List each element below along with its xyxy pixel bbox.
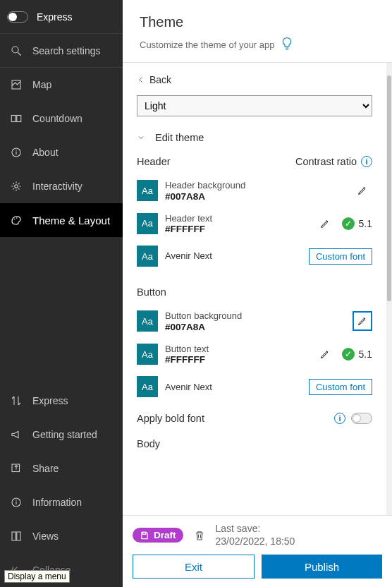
sidebar-item-about[interactable]: About [0,135,123,169]
sidebar-item-interactivity[interactable]: Interactivity [0,169,123,203]
svg-rect-16 [17,532,20,540]
svg-point-9 [14,219,16,220]
page-subtitle: Customize the theme of your app [140,40,275,50]
contrast-ratio-value: 5.1 [359,349,372,360]
sidebar-express-toggle[interactable]: Express [0,0,123,34]
apply-bold-font-row: Apply bold font i [123,403,386,431]
color-swatch: Aa [137,344,158,365]
info-icon[interactable]: i [334,413,345,424]
font-label: Avenir Next [165,250,302,262]
swatch-value: #007A8A [165,322,345,332]
express-icon [10,394,23,407]
edit-color-button[interactable] [315,344,335,364]
theme-select[interactable]: Light [137,95,372,116]
back-button[interactable]: Back [123,63,386,90]
svg-line-1 [18,52,21,56]
content-scroll[interactable]: Back Light Edit theme Header Contrast ra… [123,63,386,515]
svg-rect-15 [12,532,16,540]
search-label: Search settings [32,45,101,56]
sidebar-item-theme-layout[interactable]: Theme & Layout [0,203,123,237]
publish-button[interactable]: Publish [262,555,382,579]
sidebar: Express Search settings Map Countdown [0,0,123,587]
swatch-label: Header text [165,213,308,224]
edit-theme-label: Edit theme [155,132,204,143]
last-save-label: Last save: [216,523,295,535]
sidebar-bottom-share[interactable]: Share [0,452,123,485]
swatch-value: #FFFFFF [165,354,308,365]
search-icon [10,44,23,57]
views-icon [10,530,23,543]
button-font-row: Aa Avenir Next Custom font [123,370,386,403]
color-swatch: Aa [137,213,158,234]
svg-point-14 [16,500,17,501]
chevron-left-icon [137,75,145,84]
sidebar-search[interactable]: Search settings [0,34,123,68]
toggle-icon[interactable] [7,11,28,23]
gear-icon [10,180,23,193]
sidebar-item-countdown[interactable]: Countdown [0,102,123,135]
sidebar-bottom-express[interactable]: Express [0,384,123,418]
custom-font-button[interactable]: Custom font [309,379,372,395]
megaphone-icon [10,428,23,441]
tooltip: Display a menu [4,570,70,583]
panel-header: Theme Customize the theme of your app [123,0,392,63]
share-icon [10,462,23,475]
pencil-icon [319,218,331,229]
draft-badge[interactable]: Draft [133,528,183,543]
swatch-value: #FFFFFF [165,224,308,234]
sidebar-item-label: About [32,147,59,158]
palette-icon [10,214,23,226]
edit-color-button[interactable] [353,181,372,200]
custom-font-button[interactable]: Custom font [309,248,372,265]
scrollbar-thumb[interactable] [387,75,391,301]
sidebar-item-label: Getting started [32,429,97,440]
edit-color-button[interactable] [353,311,372,331]
info-icon [10,496,23,509]
font-label: Avenir Next [165,382,302,393]
sidebar-bottom-views[interactable]: Views [0,519,123,553]
swatch-label: Header background [165,180,345,191]
swatch-label: Button text [165,344,308,355]
svg-point-10 [16,217,18,219]
countdown-icon [10,112,23,125]
svg-point-8 [15,185,18,188]
svg-rect-4 [17,116,21,122]
sidebar-bottom-getting-started[interactable]: Getting started [0,418,123,452]
check-circle-icon: ✓ [342,217,355,230]
bold-toggle[interactable] [351,413,372,424]
color-swatch: Aa [137,376,158,397]
swatch-value: #007A8A [165,191,345,202]
map-icon [10,78,23,91]
footer: Draft Last save: 23/02/2022, 18:50 Exit … [123,515,392,587]
check-circle-icon: ✓ [342,348,355,361]
apply-bold-label: Apply bold font [137,413,204,424]
header-font-row: Aa Avenir Next Custom font [123,240,386,272]
button-text-row: Aa Button text #FFFFFF ✓ 5.1 [123,338,386,371]
info-icon[interactable]: i [361,156,372,167]
svg-rect-17 [143,532,146,534]
pencil-icon [357,185,368,196]
save-icon [140,531,149,540]
sidebar-item-label: Countdown [32,113,82,124]
info-icon [10,146,23,159]
draft-label: Draft [154,530,176,540]
swatch-label: Button background [165,310,345,322]
contrast-ratio-label: Contrast ratio [295,156,357,167]
scrollbar[interactable] [386,63,392,515]
sidebar-item-label: Express [32,395,68,406]
last-save-value: 23/02/2022, 18:50 [216,535,295,548]
svg-point-7 [16,150,17,151]
delete-button[interactable] [193,529,206,542]
section-body-title: Body [123,431,386,456]
lightbulb-icon[interactable] [281,36,293,54]
svg-point-0 [12,47,18,53]
exit-button[interactable]: Exit [133,555,255,579]
button-background-row: Aa Button background #007A8A [123,305,386,338]
sidebar-item-map[interactable]: Map [0,68,123,102]
sidebar-bottom-information[interactable]: Information [0,485,123,519]
edit-color-button[interactable] [315,214,335,234]
main-panel: Theme Customize the theme of your app Ba… [123,0,392,587]
section-header-title: Header [137,156,171,167]
express-label: Express [37,11,73,23]
edit-theme-toggle[interactable]: Edit theme [123,128,386,153]
